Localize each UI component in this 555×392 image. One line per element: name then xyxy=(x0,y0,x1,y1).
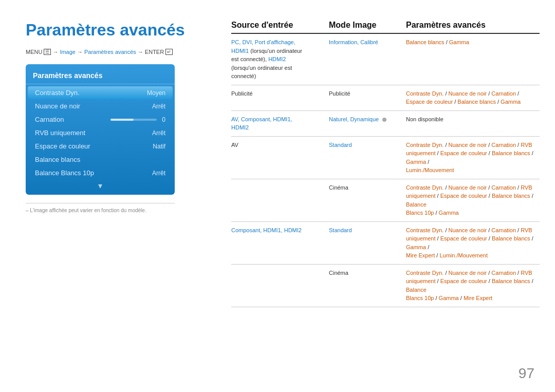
menu-item-carnation-value: 0 xyxy=(162,116,165,123)
breadcrumb-menu-icon: ☰ xyxy=(44,49,51,55)
cell-source-4: AV xyxy=(231,141,329,150)
breadcrumb-enter: ENTER xyxy=(145,49,164,55)
menu-item-espace-label: Espace de couleur xyxy=(35,142,90,150)
carnation-slider[interactable] xyxy=(110,119,157,121)
breadcrumb: MENU ☰ → Image → Paramètres avancés → EN… xyxy=(26,49,216,55)
menu-item-nuance[interactable]: Nuance de noir Arrêt xyxy=(28,100,173,113)
menu-item-balance10p-value: Arrêt xyxy=(152,170,165,177)
cell-mode-2: Publicité xyxy=(329,89,406,98)
cell-mode-3: Naturel, Dynamique xyxy=(329,115,406,124)
cell-params-2: Contraste Dyn. / Nuance de noir / Carnat… xyxy=(406,89,540,106)
cell-params-5: Contraste Dyn. / Nuance de noir / Carnat… xyxy=(406,183,540,217)
cell-params-7: Contraste Dyn. / Nuance de noir / Carnat… xyxy=(406,269,540,303)
cell-source-1: PC, DVI, Port d'affichage,HDMI1 (lorsqu'… xyxy=(231,38,329,81)
table-row: PC, DVI, Port d'affichage,HDMI1 (lorsqu'… xyxy=(231,34,540,85)
menu-item-balance10p[interactable]: Balance Blancs 10p Arrêt xyxy=(28,166,173,179)
breadcrumb-menu: MENU xyxy=(26,49,42,55)
page-title: Paramètres avancés xyxy=(26,21,216,40)
menu-item-rvb-label: RVB uniquement xyxy=(35,129,85,137)
cell-mode-5: Cinéma xyxy=(329,183,406,192)
breadcrumb-arrow1: → xyxy=(52,49,58,55)
cell-params-4: Contraste Dyn. / Nuance de noir / Carnat… xyxy=(406,141,540,175)
menu-item-balance10p-label: Balance Blancs 10p xyxy=(35,169,94,177)
table-wrapper: Source d'entrée Mode Image Paramètres av… xyxy=(231,21,540,307)
menu-item-balance-label: Balance blancs xyxy=(35,156,80,163)
table-row: Cinéma Contraste Dyn. / Nuance de noir /… xyxy=(231,179,540,222)
table-row: Cinéma Contraste Dyn. / Nuance de noir /… xyxy=(231,265,540,307)
menu-item-nuance-label: Nuance de noir xyxy=(35,102,80,110)
table-row: Publicité Publicité Contraste Dyn. / Nua… xyxy=(231,85,540,111)
breadcrumb-item1: Image xyxy=(60,49,76,55)
breadcrumb-item2: Paramètres avancés xyxy=(84,49,136,55)
col-header-params: Paramètres avancés xyxy=(406,21,540,30)
cell-source-6: Composant, HDMI1, HDMI2 xyxy=(231,226,329,235)
menu-item-contraste[interactable]: Contraste Dyn. Moyen xyxy=(28,86,173,99)
menu-item-carnation-label: Carnation xyxy=(35,116,64,123)
menu-box-title: Paramètres avancés xyxy=(26,69,175,84)
menu-item-nuance-value: Arrêt xyxy=(152,103,165,110)
menu-down-arrow: ▾ xyxy=(26,180,175,192)
menu-item-contraste-value: Moyen xyxy=(147,89,165,97)
table-header: Source d'entrée Mode Image Paramètres av… xyxy=(231,21,540,34)
menu-item-rvb-value: Arrêt xyxy=(152,129,165,137)
menu-item-balance[interactable]: Balance blancs xyxy=(28,153,173,166)
right-section: Source d'entrée Mode Image Paramètres av… xyxy=(231,21,540,307)
page-number: 97 xyxy=(519,365,534,382)
breadcrumb-enter-icon: ↵ xyxy=(165,49,173,55)
cell-mode-6: Standard xyxy=(329,226,406,235)
cell-params-3: Non disponible xyxy=(406,115,540,124)
menu-box: Paramètres avancés Contraste Dyn. Moyen … xyxy=(26,64,175,195)
page-container: Paramètres avancés MENU ☰ → Image → Para… xyxy=(0,0,555,392)
cell-mode-1: Information, Calibré xyxy=(329,38,406,47)
cell-params-1: Balance blancs / Gamma xyxy=(406,38,540,47)
table-row: Composant, HDMI1, HDMI2 Standard Contras… xyxy=(231,222,540,265)
col-header-mode: Mode Image xyxy=(329,21,406,30)
menu-item-espace[interactable]: Espace de couleur Natif xyxy=(28,140,173,153)
table-row: AV, Composant, HDMI1,HDMI2 Naturel, Dyna… xyxy=(231,111,540,137)
left-section: Paramètres avancés MENU ☰ → Image → Para… xyxy=(26,21,216,213)
cell-source-2: Publicité xyxy=(231,89,329,98)
breadcrumb-arrow3: → xyxy=(138,49,143,55)
menu-item-espace-value: Natif xyxy=(153,143,165,150)
col-header-source: Source d'entrée xyxy=(231,21,329,30)
menu-item-carnation[interactable]: Carnation 0 xyxy=(28,113,173,126)
table-row: AV Standard Contraste Dyn. / Nuance de n… xyxy=(231,137,540,179)
cell-params-6: Contraste Dyn. / Nuance de noir / Carnat… xyxy=(406,226,540,260)
cell-source-3: AV, Composant, HDMI1,HDMI2 xyxy=(231,115,329,132)
table-body: PC, DVI, Port d'affichage,HDMI1 (lorsqu'… xyxy=(231,34,540,307)
breadcrumb-arrow2: → xyxy=(77,49,83,55)
menu-item-contraste-label: Contraste Dyn. xyxy=(35,89,80,97)
menu-item-rvb[interactable]: RVB uniquement Arrêt xyxy=(28,126,173,139)
cell-mode-4: Standard xyxy=(329,141,406,150)
dot-indicator xyxy=(382,118,386,122)
footnote: – L'image affichée peut varier en foncti… xyxy=(26,203,175,213)
cell-mode-7: Cinéma xyxy=(329,269,406,277)
